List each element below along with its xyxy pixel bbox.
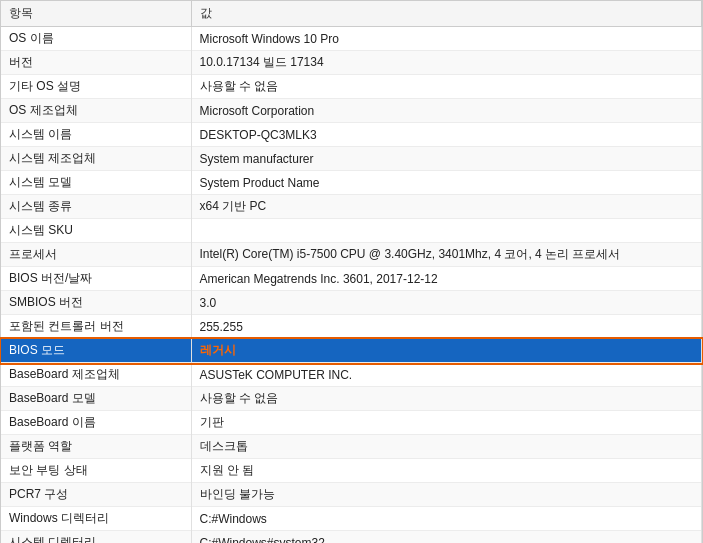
table-row[interactable]: 플랫폼 역할데스크톱: [1, 435, 702, 459]
row-value: 사용할 수 없음: [191, 75, 702, 99]
row-value: Intel(R) Core(TM) i5-7500 CPU @ 3.40GHz,…: [191, 243, 702, 267]
row-key: 버전: [1, 51, 191, 75]
column-header-key: 항목: [1, 1, 191, 27]
table-row[interactable]: BIOS 버전/날짜American Megatrends Inc. 3601,…: [1, 267, 702, 291]
row-key: PCR7 구성: [1, 483, 191, 507]
row-key: 프로세서: [1, 243, 191, 267]
row-value: Microsoft Corporation: [191, 99, 702, 123]
row-value: [191, 219, 702, 243]
row-value: ASUSTeK COMPUTER INC.: [191, 363, 702, 387]
table-row[interactable]: 시스템 모델System Product Name: [1, 171, 702, 195]
row-key: 보안 부팅 상태: [1, 459, 191, 483]
table-header-row: 항목 값: [1, 1, 702, 27]
row-key: 시스템 제조업체: [1, 147, 191, 171]
row-value: 기판: [191, 411, 702, 435]
table-row[interactable]: 포함된 컨트롤러 버전255.255: [1, 315, 702, 339]
column-header-value: 값: [191, 1, 702, 27]
row-value: 3.0: [191, 291, 702, 315]
table-row[interactable]: Windows 디렉터리C:#Windows: [1, 507, 702, 531]
row-value: DESKTOP-QC3MLK3: [191, 123, 702, 147]
table-row[interactable]: BIOS 모드레거시: [1, 339, 702, 363]
row-value: 레거시: [191, 339, 702, 363]
row-value: American Megatrends Inc. 3601, 2017-12-1…: [191, 267, 702, 291]
row-value: System Product Name: [191, 171, 702, 195]
row-key: 기타 OS 설명: [1, 75, 191, 99]
table-row[interactable]: BaseBoard 모델사용할 수 없음: [1, 387, 702, 411]
row-key: 시스템 이름: [1, 123, 191, 147]
row-value: 10.0.17134 빌드 17134: [191, 51, 702, 75]
row-key: Windows 디렉터리: [1, 507, 191, 531]
row-key: 시스템 디렉터리: [1, 531, 191, 544]
table-row[interactable]: 시스템 디렉터리C:#Windows#system32: [1, 531, 702, 544]
row-key: 시스템 SKU: [1, 219, 191, 243]
row-value: C:#Windows#system32: [191, 531, 702, 544]
row-value: 지원 안 됨: [191, 459, 702, 483]
row-value: C:#Windows: [191, 507, 702, 531]
row-key: BIOS 모드: [1, 339, 191, 363]
row-key: BIOS 버전/날짜: [1, 267, 191, 291]
table-row[interactable]: 시스템 종류x64 기반 PC: [1, 195, 702, 219]
table-row[interactable]: 시스템 제조업체System manufacturer: [1, 147, 702, 171]
table-row[interactable]: BaseBoard 이름기판: [1, 411, 702, 435]
row-key: 시스템 모델: [1, 171, 191, 195]
table-row[interactable]: SMBIOS 버전3.0: [1, 291, 702, 315]
row-value: x64 기반 PC: [191, 195, 702, 219]
table-row[interactable]: 시스템 SKU: [1, 219, 702, 243]
table-row[interactable]: 기타 OS 설명사용할 수 없음: [1, 75, 702, 99]
row-value: 바인딩 불가능: [191, 483, 702, 507]
table-row[interactable]: OS 제조업체Microsoft Corporation: [1, 99, 702, 123]
row-key: OS 제조업체: [1, 99, 191, 123]
row-value: 255.255: [191, 315, 702, 339]
row-key: BaseBoard 제조업체: [1, 363, 191, 387]
table-row[interactable]: 프로세서Intel(R) Core(TM) i5-7500 CPU @ 3.40…: [1, 243, 702, 267]
row-key: SMBIOS 버전: [1, 291, 191, 315]
table-row[interactable]: PCR7 구성바인딩 불가능: [1, 483, 702, 507]
row-key: 시스템 종류: [1, 195, 191, 219]
row-key: 포함된 컨트롤러 버전: [1, 315, 191, 339]
row-value: System manufacturer: [191, 147, 702, 171]
table-row[interactable]: 보안 부팅 상태지원 안 됨: [1, 459, 702, 483]
row-key: BaseBoard 이름: [1, 411, 191, 435]
table-row[interactable]: 버전10.0.17134 빌드 17134: [1, 51, 702, 75]
row-value: Microsoft Windows 10 Pro: [191, 27, 702, 51]
row-value: 데스크톱: [191, 435, 702, 459]
table-row[interactable]: BaseBoard 제조업체ASUSTeK COMPUTER INC.: [1, 363, 702, 387]
row-key: BaseBoard 모델: [1, 387, 191, 411]
row-value: 사용할 수 없음: [191, 387, 702, 411]
table-row[interactable]: OS 이름Microsoft Windows 10 Pro: [1, 27, 702, 51]
row-key: 플랫폼 역할: [1, 435, 191, 459]
system-info-table: 항목 값 OS 이름Microsoft Windows 10 Pro버전10.0…: [0, 0, 703, 543]
row-key: OS 이름: [1, 27, 191, 51]
table-row[interactable]: 시스템 이름DESKTOP-QC3MLK3: [1, 123, 702, 147]
